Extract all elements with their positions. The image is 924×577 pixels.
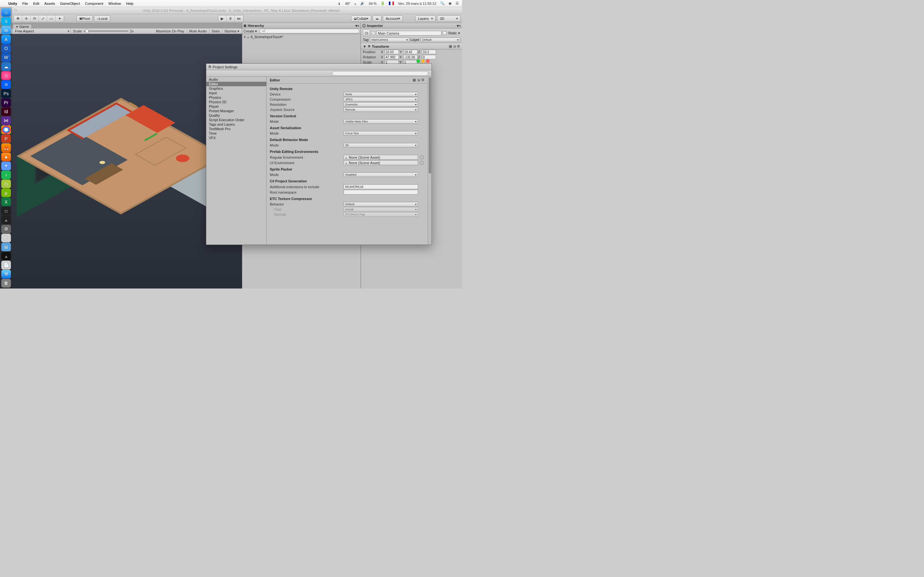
dock-blender-icon[interactable]: ✦ [1,161,11,170]
maximize-on-play[interactable]: Maximize On Play [155,29,186,33]
dock-vlc-icon[interactable]: ▲ [1,153,11,161]
notification-center-icon[interactable]: ☰ [456,1,459,5]
hierarchy-create[interactable]: Create ▾ [244,29,257,33]
menu-component[interactable]: Component [85,2,103,5]
menu-window[interactable]: Window [108,2,121,5]
panel-menu-icon[interactable]: ▾≡ [457,24,461,28]
dock-pages-icon[interactable]: 📄 [1,261,11,269]
reset-icon[interactable]: ⇲ [417,78,420,82]
dock-visualstudio-icon[interactable]: ⋈ [1,116,11,125]
dock-finder-icon[interactable]: ☺ [1,8,11,17]
ps-close-icon[interactable] [426,59,430,63]
device-dropdown[interactable]: None [344,92,418,97]
position-z[interactable] [422,50,436,54]
dock-utorrent-icon[interactable]: µ [1,189,11,197]
play-button[interactable]: ▶ [218,15,226,22]
hierarchy-root[interactable]: ⟁4_SceneInputTouch* [244,35,359,39]
sidebar-item-graphics[interactable]: Graphics [206,86,266,91]
layers-dropdown[interactable]: Layers ▾ [415,15,436,22]
object-picker-icon[interactable] [420,155,424,159]
dock-onedrive-icon[interactable]: ☁ [1,62,11,71]
scale-tool-icon[interactable]: ⤢ [39,15,47,22]
gameobject-active-checkbox[interactable]: ✓ [371,31,375,35]
gear-icon[interactable]: ⚙ [421,78,425,82]
sidebar-item-audio[interactable]: Audio [206,77,266,82]
sidebar-item-player[interactable]: Player [206,104,266,109]
compression-dropdown[interactable]: JPEG [344,97,418,102]
dock-xcode-icon[interactable]: ⚒ [1,270,11,279]
dock-sysprefs-icon[interactable]: ⚙ [1,225,11,234]
rotation-z[interactable] [422,55,436,59]
mute-audio[interactable]: Mute Audio [188,29,208,33]
ps-zoom-icon[interactable] [417,59,420,63]
gameobject-name[interactable]: Main Camera [376,31,441,35]
rotate-tool-icon[interactable]: ⟳ [31,15,39,22]
dock-skype-icon[interactable]: S [1,17,11,26]
game-viewport[interactable] [0,34,242,288]
project-settings-scrollbar[interactable] [428,77,431,245]
project-settings-search[interactable] [332,71,428,76]
layout-dropdown[interactable]: 3D ▾ [437,15,461,22]
object-picker-icon[interactable] [420,161,424,165]
sidebar-item-time[interactable]: Time [206,131,266,135]
move-tool-icon[interactable]: ✢ [22,15,31,22]
rect-tool-icon[interactable]: ▭ [47,15,55,22]
dock-firefox-icon[interactable]: 🦊 [1,143,11,152]
dock-spotify-icon[interactable]: ♪ [1,171,11,179]
scale-slider[interactable] [83,31,128,32]
multi-tool-icon[interactable]: ✦ [55,15,64,22]
sidebar-item-vfx[interactable]: VFX [206,135,266,140]
sidebar-item-preset[interactable]: Preset Manager [206,109,266,113]
layer-dropdown[interactable]: Default [421,37,460,42]
dock-photoshop-icon[interactable]: Ps [1,89,11,98]
sidebar-item-physics[interactable]: Physics [206,95,266,100]
joystick-dropdown[interactable]: Remote [344,107,418,112]
static-dropdown-icon[interactable]: ▾ [458,31,460,35]
position-x[interactable] [384,50,399,54]
ui-env-field[interactable]: ⟁None (Scene Asset) [344,160,418,165]
menu-gameobject[interactable]: GameObject [60,2,80,5]
ps-minimize-icon[interactable] [421,59,425,63]
dock-word-icon[interactable]: W [1,53,11,62]
pivot-toggle[interactable]: ▣ Pivot [76,15,93,22]
sidebar-item-quality[interactable]: Quality [206,113,266,118]
panel-menu-icon[interactable]: ▾≡ [355,24,359,28]
resolution-dropdown[interactable]: Downsize [344,102,418,107]
serialization-dropdown[interactable]: Force Text [344,131,418,135]
tab-game[interactable]: ✦ Game [13,24,32,29]
root-namespace-input[interactable] [344,190,418,195]
behavior-mode-dropdown[interactable]: 3D [344,143,418,147]
menu-help[interactable]: Help [126,2,134,5]
dock-windows-icon[interactable]: ⊞ [1,243,11,251]
menu-file[interactable]: File [23,2,28,5]
spotlight-icon[interactable]: 🔍 [440,1,445,5]
dock-unityhub-icon[interactable]: ⟁ [1,216,11,224]
hand-tool-icon[interactable]: ✥ [14,15,22,22]
extensions-input[interactable] [344,184,418,189]
preset-icon[interactable]: ▣ [413,78,416,82]
rotation-x[interactable] [384,55,399,59]
dock-music-icon[interactable]: ♫ [1,71,11,80]
sidebar-item-input[interactable]: Input [206,91,266,95]
sidebar-item-tags[interactable]: Tags and Layers [206,122,266,127]
hierarchy-search[interactable] [260,29,359,33]
menubar-app[interactable]: Unity [8,2,17,5]
stats-toggle[interactable]: Stats [210,29,221,33]
sidebar-item-physics2d[interactable]: Physics 2D [206,100,266,104]
aspect-dropdown[interactable]: Free Aspect [14,29,35,33]
dock-dropbox-icon[interactable]: ⧈ [1,80,11,89]
sidebar-item-editor[interactable]: Editor [206,82,266,86]
pause-button[interactable]: ⏸ [226,15,235,22]
static-checkbox[interactable] [443,31,447,35]
sidebar-item-textmeshpro[interactable]: TextMesh Pro [206,127,266,131]
menu-assets[interactable]: Assets [44,2,55,5]
volume-icon[interactable]: 🔊 [360,1,365,5]
dock-unity-icon[interactable]: ⟁ [1,251,11,260]
regular-env-field[interactable]: ⟁None (Scene Asset) [344,155,418,160]
dock-appstore-icon[interactable]: A [1,35,11,44]
dock-androidstudio-icon[interactable]: ◷ [1,179,11,188]
dock-activity-icon[interactable]: ⏍ [1,206,11,215]
position-y[interactable] [403,50,417,54]
dock-excel-icon[interactable]: X [1,197,11,206]
dock-font-icon[interactable]: F [1,234,11,242]
